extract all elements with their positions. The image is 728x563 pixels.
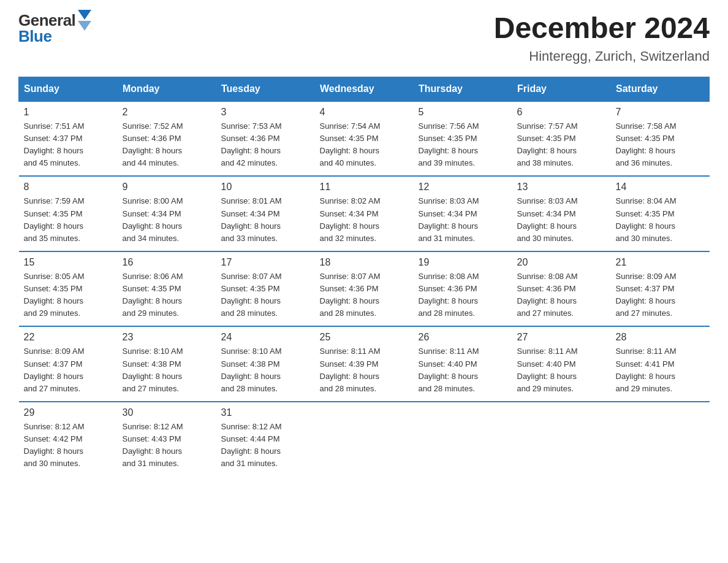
calendar-day-cell: 20 Sunrise: 8:08 AMSunset: 4:36 PMDaylig…: [512, 251, 611, 327]
day-info: Sunrise: 8:11 AMSunset: 4:40 PMDaylight:…: [419, 345, 507, 395]
day-info: Sunrise: 7:54 AMSunset: 4:35 PMDaylight:…: [320, 120, 409, 170]
day-number: 16: [123, 257, 211, 268]
day-info: Sunrise: 8:11 AMSunset: 4:40 PMDaylight:…: [517, 345, 606, 395]
day-number: 1: [24, 107, 113, 118]
calendar-day-cell: 31 Sunrise: 8:12 AMSunset: 4:44 PMDaylig…: [216, 402, 315, 477]
day-number: 31: [221, 407, 310, 418]
day-number: 13: [517, 182, 606, 193]
calendar-day-cell: 30 Sunrise: 8:12 AMSunset: 4:43 PMDaylig…: [118, 402, 216, 477]
day-info: Sunrise: 8:09 AMSunset: 4:37 PMDaylight:…: [616, 270, 705, 320]
day-number: 19: [419, 257, 507, 268]
calendar-day-cell: 26 Sunrise: 8:11 AMSunset: 4:40 PMDaylig…: [414, 326, 512, 402]
day-number: 30: [123, 407, 211, 418]
calendar-day-cell: 15 Sunrise: 8:05 AMSunset: 4:35 PMDaylig…: [19, 251, 118, 327]
day-info: Sunrise: 8:11 AMSunset: 4:41 PMDaylight:…: [616, 345, 705, 395]
day-number: 3: [221, 107, 310, 118]
day-info: Sunrise: 8:11 AMSunset: 4:39 PMDaylight:…: [320, 345, 409, 395]
calendar-table: SundayMondayTuesdayWednesdayThursdayFrid…: [18, 77, 710, 477]
day-number: 6: [517, 107, 606, 118]
day-number: 5: [419, 107, 507, 118]
calendar-week-row: 22 Sunrise: 8:09 AMSunset: 4:37 PMDaylig…: [19, 326, 710, 402]
day-info: Sunrise: 8:10 AMSunset: 4:38 PMDaylight:…: [221, 345, 310, 395]
day-number: 22: [24, 332, 113, 343]
weekday-header-saturday: Saturday: [611, 77, 710, 101]
calendar-day-cell: 12 Sunrise: 8:03 AMSunset: 4:34 PMDaylig…: [414, 176, 512, 251]
calendar-day-cell: 10 Sunrise: 8:01 AMSunset: 4:34 PMDaylig…: [216, 176, 315, 251]
day-number: 17: [221, 257, 310, 268]
day-info: Sunrise: 8:04 AMSunset: 4:35 PMDaylight:…: [616, 195, 705, 245]
calendar-day-cell: 29 Sunrise: 8:12 AMSunset: 4:42 PMDaylig…: [19, 402, 118, 477]
calendar-empty-cell: [611, 402, 710, 477]
day-info: Sunrise: 8:05 AMSunset: 4:35 PMDaylight:…: [24, 270, 113, 320]
day-number: 29: [24, 407, 113, 418]
day-info: Sunrise: 7:52 AMSunset: 4:36 PMDaylight:…: [123, 120, 211, 170]
calendar-day-cell: 14 Sunrise: 8:04 AMSunset: 4:35 PMDaylig…: [611, 176, 710, 251]
logo-triangle-icon: [78, 10, 91, 42]
day-info: Sunrise: 7:58 AMSunset: 4:35 PMDaylight:…: [616, 120, 705, 170]
day-info: Sunrise: 8:12 AMSunset: 4:42 PMDaylight:…: [24, 421, 113, 470]
month-year-title: December 2024: [494, 12, 710, 45]
day-info: Sunrise: 7:57 AMSunset: 4:35 PMDaylight:…: [517, 120, 606, 170]
day-number: 20: [517, 257, 606, 268]
day-info: Sunrise: 8:08 AMSunset: 4:36 PMDaylight:…: [419, 270, 507, 320]
day-info: Sunrise: 7:56 AMSunset: 4:35 PMDaylight:…: [419, 120, 507, 170]
calendar-day-cell: 7 Sunrise: 7:58 AMSunset: 4:35 PMDayligh…: [611, 101, 710, 177]
calendar-day-cell: 4 Sunrise: 7:54 AMSunset: 4:35 PMDayligh…: [315, 101, 414, 177]
calendar-day-cell: 1 Sunrise: 7:51 AMSunset: 4:37 PMDayligh…: [19, 101, 118, 177]
day-info: Sunrise: 8:00 AMSunset: 4:34 PMDaylight:…: [123, 195, 211, 245]
day-number: 18: [320, 257, 409, 268]
day-number: 14: [616, 182, 705, 193]
calendar-day-cell: 19 Sunrise: 8:08 AMSunset: 4:36 PMDaylig…: [414, 251, 512, 327]
svg-marker-0: [78, 10, 91, 20]
day-number: 10: [221, 182, 310, 193]
day-number: 8: [24, 182, 113, 193]
logo-wrapper: General Blue: [18, 12, 91, 44]
day-info: Sunrise: 8:10 AMSunset: 4:38 PMDaylight:…: [123, 345, 211, 395]
day-number: 2: [123, 107, 211, 118]
logo-general: General: [18, 12, 75, 28]
svg-marker-1: [78, 21, 91, 31]
title-area: December 2024 Hinteregg, Zurich, Switzer…: [494, 12, 710, 64]
calendar-day-cell: 9 Sunrise: 8:00 AMSunset: 4:34 PMDayligh…: [118, 176, 216, 251]
calendar-day-cell: 16 Sunrise: 8:06 AMSunset: 4:35 PMDaylig…: [118, 251, 216, 327]
calendar-empty-cell: [315, 402, 414, 477]
day-info: Sunrise: 7:51 AMSunset: 4:37 PMDaylight:…: [24, 120, 113, 170]
day-number: 25: [320, 332, 409, 343]
calendar-week-row: 8 Sunrise: 7:59 AMSunset: 4:35 PMDayligh…: [19, 176, 710, 251]
calendar-day-cell: 13 Sunrise: 8:03 AMSunset: 4:34 PMDaylig…: [512, 176, 611, 251]
day-info: Sunrise: 8:07 AMSunset: 4:36 PMDaylight:…: [320, 270, 409, 320]
weekday-header-wednesday: Wednesday: [315, 77, 414, 101]
calendar-day-cell: 18 Sunrise: 8:07 AMSunset: 4:36 PMDaylig…: [315, 251, 414, 327]
calendar-week-row: 1 Sunrise: 7:51 AMSunset: 4:37 PMDayligh…: [19, 101, 710, 177]
weekday-header-tuesday: Tuesday: [216, 77, 315, 101]
calendar-day-cell: 28 Sunrise: 8:11 AMSunset: 4:41 PMDaylig…: [611, 326, 710, 402]
day-number: 15: [24, 257, 113, 268]
calendar-week-row: 29 Sunrise: 8:12 AMSunset: 4:42 PMDaylig…: [19, 402, 710, 477]
calendar-empty-cell: [512, 402, 611, 477]
weekday-header-monday: Monday: [118, 77, 216, 101]
page-header: General Blue December 2024 Hinteregg, Zu…: [18, 12, 710, 64]
day-info: Sunrise: 8:06 AMSunset: 4:35 PMDaylight:…: [123, 270, 211, 320]
calendar-day-cell: 24 Sunrise: 8:10 AMSunset: 4:38 PMDaylig…: [216, 326, 315, 402]
day-info: Sunrise: 7:59 AMSunset: 4:35 PMDaylight:…: [24, 195, 113, 245]
day-number: 7: [616, 107, 705, 118]
calendar-day-cell: 17 Sunrise: 8:07 AMSunset: 4:35 PMDaylig…: [216, 251, 315, 327]
day-info: Sunrise: 7:53 AMSunset: 4:36 PMDaylight:…: [221, 120, 310, 170]
weekday-header-row: SundayMondayTuesdayWednesdayThursdayFrid…: [19, 77, 710, 101]
day-info: Sunrise: 8:07 AMSunset: 4:35 PMDaylight:…: [221, 270, 310, 320]
day-info: Sunrise: 8:08 AMSunset: 4:36 PMDaylight:…: [517, 270, 606, 320]
calendar-day-cell: 5 Sunrise: 7:56 AMSunset: 4:35 PMDayligh…: [414, 101, 512, 177]
day-number: 27: [517, 332, 606, 343]
day-number: 11: [320, 182, 409, 193]
logo-area: General Blue: [18, 12, 91, 44]
day-info: Sunrise: 8:09 AMSunset: 4:37 PMDaylight:…: [24, 345, 113, 395]
weekday-header-friday: Friday: [512, 77, 611, 101]
day-number: 4: [320, 107, 409, 118]
day-info: Sunrise: 8:03 AMSunset: 4:34 PMDaylight:…: [517, 195, 606, 245]
calendar-day-cell: 27 Sunrise: 8:11 AMSunset: 4:40 PMDaylig…: [512, 326, 611, 402]
calendar-week-row: 15 Sunrise: 8:05 AMSunset: 4:35 PMDaylig…: [19, 251, 710, 327]
day-number: 9: [123, 182, 211, 193]
day-info: Sunrise: 8:02 AMSunset: 4:34 PMDaylight:…: [320, 195, 409, 245]
calendar-day-cell: 8 Sunrise: 7:59 AMSunset: 4:35 PMDayligh…: [19, 176, 118, 251]
calendar-day-cell: 6 Sunrise: 7:57 AMSunset: 4:35 PMDayligh…: [512, 101, 611, 177]
